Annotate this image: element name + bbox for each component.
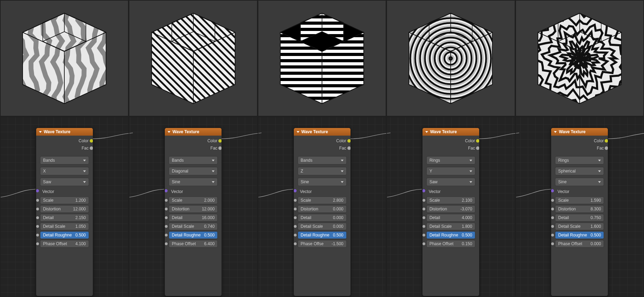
detail-scale-field[interactable]: Detail Scale 1.600 [555, 223, 604, 230]
wave-type-dropdown[interactable]: Bands [169, 156, 218, 164]
detail-scale-field[interactable]: Detail Scale 1.050 [40, 223, 89, 230]
input-port[interactable] [36, 208, 39, 210]
output-fac[interactable]: Fac [553, 145, 606, 151]
scale-field[interactable]: Scale 2.100 [426, 196, 475, 204]
color-output-port[interactable] [347, 139, 351, 143]
wave-direction-dropdown[interactable]: Spherical [555, 167, 604, 175]
input-port[interactable] [165, 199, 168, 202]
color-output-port[interactable] [218, 139, 222, 143]
wave-type-dropdown[interactable]: Bands [40, 156, 89, 164]
wave-direction-dropdown[interactable]: Z [298, 167, 347, 175]
input-port[interactable] [422, 234, 425, 236]
editor-2[interactable]: Wave Texture Color Fac Bands Z Sine [258, 117, 386, 297]
collapse-icon[interactable] [39, 131, 42, 133]
node-header[interactable]: Wave Texture [165, 128, 222, 136]
output-color[interactable]: Color [38, 138, 91, 144]
color-output-port[interactable] [605, 139, 608, 143]
collapse-icon[interactable] [425, 131, 428, 133]
fac-output-port[interactable] [476, 146, 480, 150]
collapse-icon[interactable] [168, 131, 170, 133]
vector-input[interactable]: Vector [424, 188, 478, 195]
distortion-field[interactable]: Distortion 12.000 [169, 205, 218, 213]
output-fac[interactable]: Fac [166, 145, 220, 151]
wave-profile-dropdown[interactable]: Saw [40, 178, 89, 186]
input-port[interactable] [165, 216, 168, 219]
input-port[interactable] [165, 234, 168, 236]
distortion-field[interactable]: Distortion 8.300 [555, 205, 604, 213]
detail-field[interactable]: Detail 0.000 [298, 214, 347, 222]
vector-input-port[interactable] [36, 189, 39, 192]
vector-input-port[interactable] [293, 189, 297, 192]
node-header[interactable]: Wave Texture [551, 128, 608, 136]
output-fac[interactable]: Fac [424, 145, 478, 151]
input-port[interactable] [551, 199, 554, 202]
input-port[interactable] [294, 225, 297, 228]
input-port[interactable] [294, 242, 297, 245]
input-port[interactable] [294, 216, 297, 219]
preview-0[interactable] [0, 0, 129, 117]
scale-field[interactable]: Scale 2.800 [298, 196, 347, 204]
vector-input[interactable]: Vector [553, 188, 606, 195]
phase-offset-field[interactable]: Phase Offset 0.150 [426, 240, 475, 248]
wave-profile-dropdown[interactable]: Sine [169, 178, 218, 186]
wave-type-dropdown[interactable]: Bands [298, 156, 347, 164]
output-color[interactable]: Color [166, 138, 220, 144]
input-port[interactable] [165, 242, 168, 245]
wave-profile-dropdown[interactable]: Sine [555, 178, 604, 186]
scale-field[interactable]: Scale 2.000 [169, 196, 218, 204]
wave-direction-dropdown[interactable]: X [40, 167, 89, 175]
fac-output-port[interactable] [218, 146, 222, 150]
node-header[interactable]: Wave Texture [36, 128, 93, 136]
node-header[interactable]: Wave Texture [422, 128, 479, 136]
vector-input-port[interactable] [422, 189, 425, 192]
detail-field[interactable]: Detail 16.000 [169, 214, 218, 222]
output-color[interactable]: Color [553, 138, 606, 144]
detail-field[interactable]: Detail 0.750 [555, 214, 604, 222]
editor-3[interactable]: Wave Texture Color Fac Rings Y Saw [386, 117, 515, 297]
preview-2[interactable] [258, 0, 386, 117]
color-output-port[interactable] [90, 139, 93, 143]
input-port[interactable] [165, 225, 168, 228]
vector-input[interactable]: Vector [295, 188, 349, 195]
color-output-port[interactable] [476, 139, 480, 143]
fac-output-port[interactable] [90, 146, 93, 150]
detail-roughness-field[interactable]: Detail Roughne 0.500 [169, 231, 218, 239]
editor-1[interactable]: Wave Texture Color Fac Bands Diagonal Si… [129, 117, 257, 297]
editor-4[interactable]: Wave Texture Color Fac Rings Spherical S… [515, 117, 644, 297]
detail-field[interactable]: Detail 2.150 [40, 214, 89, 222]
input-port[interactable] [36, 234, 39, 236]
detail-roughness-field[interactable]: Detail Roughne 0.500 [298, 231, 347, 239]
phase-offset-field[interactable]: Phase Offset 0.000 [555, 240, 604, 248]
scale-field[interactable]: Scale 1.590 [555, 196, 604, 204]
wave-texture-node[interactable]: Wave Texture Color Fac Rings Spherical S… [551, 128, 608, 296]
input-port[interactable] [422, 216, 425, 219]
vector-input[interactable]: Vector [166, 188, 220, 195]
input-port[interactable] [551, 242, 554, 245]
input-port[interactable] [36, 199, 39, 202]
input-port[interactable] [294, 234, 297, 236]
output-color[interactable]: Color [424, 138, 478, 144]
wave-direction-dropdown[interactable]: Y [426, 167, 475, 175]
input-port[interactable] [551, 225, 554, 228]
wave-profile-dropdown[interactable]: Sine [298, 178, 347, 186]
vector-input[interactable]: Vector [38, 188, 91, 195]
phase-offset-field[interactable]: Phase Offse -1.500 [298, 240, 347, 248]
input-port[interactable] [294, 208, 297, 210]
collapse-icon[interactable] [554, 131, 557, 133]
wave-profile-dropdown[interactable]: Saw [426, 178, 475, 186]
detail-roughness-field[interactable]: Detail Roughne 0.500 [40, 231, 89, 239]
input-port[interactable] [36, 216, 39, 219]
fac-output-port[interactable] [605, 146, 608, 150]
fac-output-port[interactable] [347, 146, 351, 150]
detail-roughness-field[interactable]: Detail Roughne 0.500 [426, 231, 475, 239]
detail-roughness-field[interactable]: Detail Roughne 0.500 [555, 231, 604, 239]
distortion-field[interactable]: Distortion 12.000 [40, 205, 89, 213]
input-port[interactable] [165, 208, 168, 210]
wave-texture-node[interactable]: Wave Texture Color Fac Bands X Saw [36, 128, 93, 296]
input-port[interactable] [294, 199, 297, 202]
wave-type-dropdown[interactable]: Rings [555, 156, 604, 164]
wave-direction-dropdown[interactable]: Diagonal [169, 167, 218, 175]
detail-scale-field[interactable]: Detail Scale 1.800 [426, 223, 475, 230]
wave-texture-node[interactable]: Wave Texture Color Fac Bands Diagonal Si… [164, 128, 222, 296]
wave-texture-node[interactable]: Wave Texture Color Fac Bands Z Sine [293, 128, 351, 296]
